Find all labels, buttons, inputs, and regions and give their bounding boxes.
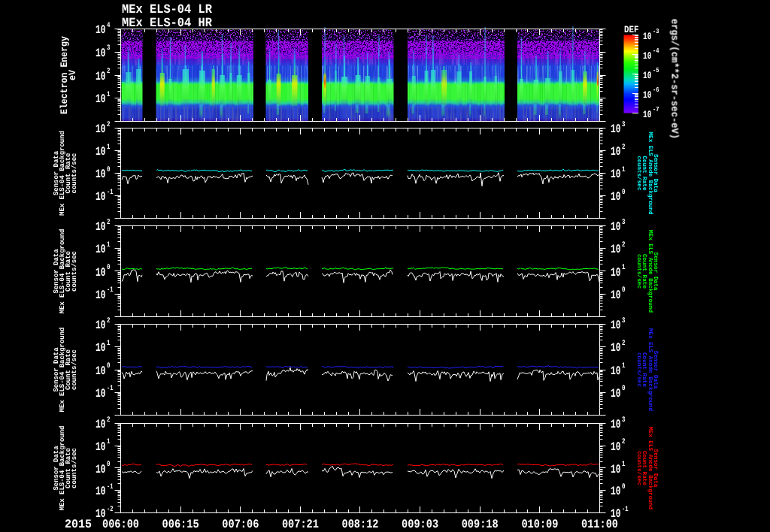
svg-text:1: 1 [107,438,111,446]
svg-text:011:00: 011:00 [581,518,618,531]
svg-text:-1: -1 [107,483,114,491]
svg-text:007:21: 007:21 [282,518,319,531]
svg-text:0: 0 [622,385,626,393]
svg-text:10: 10 [95,341,106,355]
svg-text:2: 2 [622,241,626,249]
svg-text:-2: -2 [107,506,114,514]
svg-text:10: 10 [95,168,106,181]
svg-text:DEF: DEF [624,24,639,35]
svg-text:10: 10 [95,319,106,332]
svg-text:10: 10 [611,145,621,159]
svg-text:counts/sec: counts/sec [71,251,78,292]
svg-text:3: 3 [622,317,626,325]
svg-text:counts/sec: counts/sec [71,153,78,194]
svg-text:10: 10 [95,190,106,204]
svg-text:10: 10 [611,266,621,280]
svg-text:-6: -6 [653,86,659,94]
svg-text:counts/sec: counts/sec [635,352,642,387]
svg-text:3: 3 [622,416,626,425]
svg-text:10: 10 [611,319,621,332]
svg-text:009:18: 009:18 [462,518,499,531]
svg-text:10: 10 [611,485,621,498]
svg-text:-5: -5 [653,67,659,74]
svg-text:10: 10 [643,70,652,81]
svg-text:009:03: 009:03 [402,518,438,531]
svg-text:10: 10 [95,145,106,159]
svg-text:10: 10 [95,70,106,83]
svg-text:10: 10 [95,243,106,256]
svg-text:10: 10 [95,266,106,280]
svg-text:3: 3 [622,219,626,227]
svg-text:-1: -1 [107,189,114,197]
svg-text:006:15: 006:15 [162,518,199,531]
svg-text:2: 2 [622,144,626,152]
svg-text:0: 0 [622,483,626,491]
svg-text:010:09: 010:09 [521,518,558,531]
svg-text:counts/sec: counts/sec [71,448,78,488]
svg-text:1: 1 [622,264,626,272]
svg-text:2: 2 [107,219,111,227]
svg-text:3: 3 [622,121,626,129]
svg-text:2: 2 [107,416,111,425]
svg-text:008:12: 008:12 [342,518,379,531]
svg-text:MEx ELS-04 HR: MEx ELS-04 HR [122,17,213,31]
svg-text:10: 10 [95,364,106,378]
svg-text:2: 2 [622,340,626,348]
svg-text:10: 10 [643,31,652,42]
svg-text:10: 10 [611,220,621,234]
svg-text:1: 1 [622,362,626,370]
svg-text:10: 10 [611,418,621,431]
svg-text:10: 10 [611,190,621,204]
svg-text:10: 10 [95,485,106,498]
svg-text:counts/sec: counts/sec [635,254,642,289]
svg-text:10: 10 [95,440,106,454]
svg-text:10: 10 [611,341,621,355]
svg-text:1: 1 [622,461,626,469]
svg-text:007:06: 007:06 [222,518,259,531]
svg-text:-1: -1 [622,506,629,514]
svg-text:counts/sec: counts/sec [71,349,78,390]
svg-text:2: 2 [107,121,111,129]
svg-text:0: 0 [107,264,111,272]
svg-text:4: 4 [107,22,111,30]
svg-text:-1: -1 [107,286,114,295]
svg-text:MEx ELS-04 LR: MEx ELS-04 LR [122,3,213,17]
svg-text:2: 2 [107,68,111,76]
svg-text:006:00: 006:00 [102,518,139,531]
svg-text:1: 1 [622,166,626,174]
svg-text:counts/sec: counts/sec [635,156,642,191]
svg-text:10: 10 [95,122,106,136]
svg-text:10: 10 [611,243,621,256]
svg-text:0: 0 [622,286,626,295]
svg-text:eV: eV [67,70,78,80]
svg-text:ergs/(cm**2-sr-sec-eV): ergs/(cm**2-sr-sec-eV) [669,19,681,139]
svg-text:10: 10 [611,364,621,378]
svg-text:3: 3 [107,44,111,53]
svg-text:-4: -4 [653,47,659,55]
svg-text:1: 1 [107,91,111,99]
svg-text:1: 1 [107,340,111,348]
svg-text:10: 10 [643,109,652,120]
svg-text:10: 10 [95,418,106,431]
svg-text:10: 10 [95,47,106,60]
svg-text:2: 2 [622,438,626,446]
svg-text:10: 10 [611,289,621,302]
svg-text:0: 0 [107,166,111,174]
svg-text:10: 10 [643,89,652,101]
svg-text:-3: -3 [653,28,659,35]
svg-text:0: 0 [107,461,111,469]
svg-text:1: 1 [107,241,111,249]
svg-text:2015: 2015 [65,518,92,531]
svg-text:10: 10 [95,23,106,37]
svg-text:-7: -7 [653,106,659,113]
svg-text:10: 10 [95,289,106,302]
svg-text:10: 10 [611,463,621,476]
svg-text:counts/sec: counts/sec [635,451,642,485]
svg-text:10: 10 [611,122,621,136]
svg-text:10: 10 [95,463,106,476]
svg-text:10: 10 [95,387,106,401]
svg-text:10: 10 [643,50,652,62]
svg-text:10: 10 [95,220,106,234]
svg-text:-1: -1 [107,385,114,393]
svg-text:10: 10 [611,387,621,401]
